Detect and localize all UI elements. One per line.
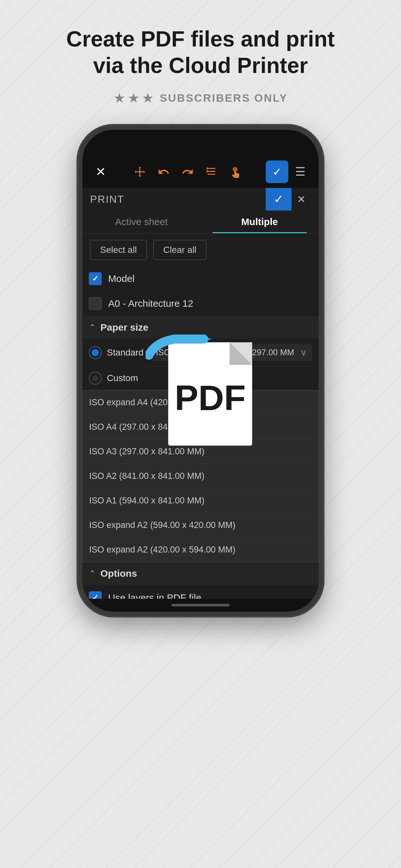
svg-marker-3: [207, 170, 209, 173]
home-indicator: [82, 599, 319, 612]
model-label: Model: [108, 273, 135, 284]
options-section-header: ⌃ Options: [82, 562, 319, 585]
dropdown-option-5[interactable]: ISO A1 (594.00 x 841.00 MM): [83, 489, 318, 513]
list-item: A0 - Architecture 12: [89, 291, 312, 316]
options-title: Options: [100, 568, 137, 579]
pdf-icon: PDF: [146, 316, 255, 452]
sheet-list: ✓ Model A0 - Architecture 12: [82, 267, 319, 316]
star-2: ★: [127, 90, 140, 106]
architecture-checkbox[interactable]: [89, 297, 102, 310]
custom-label: Custom: [107, 373, 146, 383]
svg-marker-2: [208, 171, 215, 172]
paper-size-title: Paper size: [100, 322, 148, 333]
subscribers-row: ★ ★ ★ SUBSCRIBERS ONLY: [113, 90, 288, 106]
notch: [168, 130, 233, 144]
app-toolbar: ✕: [82, 156, 319, 188]
move-icon[interactable]: [131, 163, 149, 181]
print-title: PRINT: [90, 193, 266, 206]
use-layers-checkbox[interactable]: ✓: [89, 591, 102, 599]
hand-icon[interactable]: [227, 163, 244, 181]
menu-icon[interactable]: ☰: [291, 163, 309, 181]
stars-decoration: ★ ★ ★: [113, 90, 154, 106]
undo-icon[interactable]: [155, 163, 173, 181]
custom-radio[interactable]: [89, 372, 102, 384]
svg-marker-4: [208, 174, 215, 175]
model-checkbox[interactable]: ✓: [89, 272, 102, 285]
print-header: PRINT ✓ ✕: [82, 188, 319, 211]
clear-all-button[interactable]: Clear all: [153, 240, 207, 260]
pdf-overlay: PDF: [146, 316, 255, 452]
standard-radio[interactable]: [89, 346, 102, 359]
print-close-button[interactable]: ✕: [291, 188, 311, 211]
redo-icon[interactable]: [179, 163, 196, 181]
standard-label: Standard: [107, 347, 146, 358]
play-list-icon[interactable]: [203, 163, 220, 181]
subscribers-label: SUBSCRIBERS ONLY: [160, 92, 288, 104]
options-content: ✓ Use layers in PDF file: [82, 585, 319, 599]
page-title: Create PDF files and print via the Cloud…: [55, 26, 346, 79]
action-buttons-row: Select all Clear all: [82, 234, 319, 267]
confirm-button[interactable]: ✓: [266, 160, 288, 183]
svg-marker-1: [207, 167, 209, 170]
svg-text:PDF: PDF: [175, 378, 246, 417]
chevron-down-icon: ∨: [300, 347, 307, 358]
select-all-button[interactable]: Select all: [90, 240, 147, 260]
tab-active-sheet[interactable]: Active sheet: [82, 211, 201, 233]
phone-frame: ✕: [78, 125, 323, 616]
dropdown-option-4[interactable]: ISO A2 (841.00 x 841.00 MM): [83, 464, 318, 489]
notch-area: [82, 130, 319, 156]
use-layers-label: Use layers in PDF file: [108, 592, 201, 599]
star-1: ★: [113, 90, 126, 106]
print-confirm-button[interactable]: ✓: [266, 188, 291, 211]
dropdown-option-7[interactable]: ISO expand A2 (420.00 x 594.00 MM): [83, 538, 318, 562]
svg-marker-0: [208, 168, 215, 169]
tab-multiple[interactable]: Multiple: [201, 211, 319, 233]
tabs-row: Active sheet Multiple: [82, 211, 319, 234]
close-button[interactable]: ✕: [92, 163, 110, 181]
use-layers-row: ✓ Use layers in PDF file: [82, 585, 319, 599]
star-3: ★: [142, 90, 154, 106]
dropdown-option-6[interactable]: ISO expand A2 (594.00 x 420.00 MM): [83, 513, 318, 538]
architecture-label: A0 - Architecture 12: [108, 298, 193, 309]
home-bar: [172, 604, 229, 607]
list-item: ✓ Model: [89, 267, 312, 291]
